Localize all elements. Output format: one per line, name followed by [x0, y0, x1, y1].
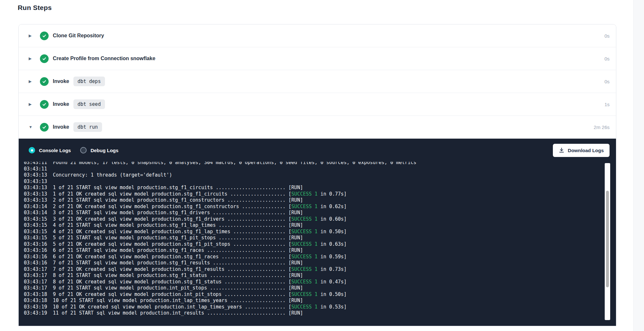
log-line: 03:43:13 1 of 21 OK created sql view mod… — [24, 191, 616, 198]
log-success-text: SUCCESS 1 — [291, 216, 317, 222]
log-line: 03:43:13 Concurrency: 1 threads (target=… — [24, 172, 616, 179]
step-duration: 0s — [604, 56, 610, 61]
success-check-icon — [40, 123, 49, 132]
log-line: 03:43:16 6 of 21 OK created sql view mod… — [24, 254, 616, 260]
chevron-down-icon[interactable]: ▼ — [29, 125, 34, 129]
console-scrollbar-thumb[interactable] — [606, 191, 609, 287]
radio-unselected-icon[interactable] — [80, 147, 87, 153]
step-command-chip: dbt deps — [73, 77, 105, 86]
step-label: Create Profile from Connection snowflake — [53, 56, 155, 61]
success-check-icon — [40, 32, 49, 40]
chevron-right-icon[interactable]: ▶ — [29, 57, 34, 60]
success-check-icon — [40, 54, 49, 63]
log-line: 03:43:19 11 of 21 START sql view model p… — [24, 310, 616, 317]
log-line: 03:43:16 7 of 21 START sql view model pr… — [24, 260, 616, 266]
run-steps-card: ▶Clone Git Repository0s▶Create Profile f… — [18, 24, 616, 326]
log-success-text: SUCCESS 1 — [291, 229, 317, 234]
log-line: 03:43:17 8 of 21 START sql view model pr… — [24, 272, 616, 279]
console-log-output[interactable]: 03:43:11 Found 21 models, 17 tests, 0 sn… — [19, 162, 616, 325]
step-label: Invoke — [53, 78, 69, 84]
log-line: 03:43:18 9 of 21 OK created sql view mod… — [24, 291, 616, 298]
log-line: 03:43:13 2 of 21 START sql view model pr… — [24, 197, 616, 204]
step-row-clone-git-repository[interactable]: ▶Clone Git Repository0s — [19, 24, 616, 47]
radio-console-logs-label: Console Logs — [39, 148, 71, 153]
log-line: 03:43:15 3 of 21 OK created sql view mod… — [24, 216, 616, 223]
download-logs-label: Download Logs — [568, 148, 604, 153]
log-line: 03:43:17 8 of 21 OK created sql view mod… — [24, 279, 616, 285]
step-duration: 1s — [604, 102, 610, 107]
console-panel: Console Logs Debug Logs Download Logs 03… — [19, 139, 616, 326]
step-label: Invoke — [53, 124, 69, 130]
console-header: Console Logs Debug Logs Download Logs — [19, 139, 616, 162]
log-line: 03:43:19 10 of 21 OK created sql view mo… — [24, 304, 616, 310]
step-duration: 0s — [604, 79, 610, 84]
step-row-create-profile-from-connection-snowflake[interactable]: ▶Create Profile from Connection snowflak… — [19, 47, 616, 70]
log-line: 03:43:15 5 of 21 START sql view model pr… — [24, 235, 616, 241]
step-label: Clone Git Repository — [53, 33, 104, 39]
success-check-icon — [40, 77, 49, 86]
log-success-text: SUCCESS 1 — [291, 266, 317, 272]
log-line: 03:43:15 4 of 21 START sql view model pr… — [24, 222, 616, 229]
chevron-right-icon[interactable]: ▶ — [29, 102, 34, 106]
radio-debug-logs[interactable]: Debug Logs — [80, 147, 118, 153]
radio-console-logs[interactable]: Console Logs — [29, 147, 71, 153]
chevron-right-icon[interactable]: ▶ — [29, 79, 34, 83]
step-label: Invoke — [53, 101, 69, 107]
step-row-invoke-dbt-seed[interactable]: ▶Invokedbt seed1s — [19, 93, 616, 116]
step-row-invoke-dbt-run[interactable]: ▼Invokedbt run2m 26s — [19, 116, 616, 139]
step-duration: 2m 26s — [594, 124, 610, 130]
success-check-icon — [40, 100, 49, 109]
step-duration: 0s — [604, 33, 610, 39]
chevron-right-icon[interactable]: ▶ — [29, 34, 34, 38]
download-logs-button[interactable]: Download Logs — [553, 144, 610, 157]
log-line: 03:43:11 Found 21 models, 17 tests, 0 sn… — [24, 162, 616, 166]
radio-selected-icon[interactable] — [29, 147, 35, 153]
log-line: 03:43:17 9 of 21 START sql view model pr… — [24, 285, 616, 291]
log-success-text: SUCCESS 1 — [291, 241, 317, 247]
log-success-text: SUCCESS 1 — [291, 254, 317, 260]
radio-debug-logs-label: Debug Logs — [90, 148, 118, 153]
log-success-text: SUCCESS 1 — [291, 191, 317, 197]
log-success-text: SUCCESS 1 — [291, 291, 317, 297]
steps-list: ▶Clone Git Repository0s▶Create Profile f… — [19, 24, 616, 139]
download-icon — [559, 147, 564, 153]
console-scrollbar[interactable] — [605, 163, 610, 320]
log-line: 03:43:11 — [24, 166, 616, 172]
log-line: 03:43:17 7 of 21 OK created sql view mod… — [24, 266, 616, 273]
log-line: 03:43:16 5 of 21 OK created sql view mod… — [24, 241, 616, 248]
log-success-text: SUCCESS 1 — [291, 204, 317, 209]
log-line: 03:43:16 6 of 21 START sql view model pr… — [24, 247, 616, 254]
log-line: 03:43:14 3 of 21 START sql view model pr… — [24, 210, 616, 216]
log-line: 03:43:15 4 of 21 OK created sql view mod… — [24, 229, 616, 235]
log-line: 03:43:14 2 of 21 OK created sql view mod… — [24, 204, 616, 210]
log-line: 03:43:18 10 of 21 START sql view model p… — [24, 298, 616, 304]
step-command-chip: dbt run — [73, 122, 102, 132]
step-command-chip: dbt seed — [73, 99, 105, 109]
page-right-gutter — [633, 0, 644, 331]
log-line: 03:43:13 — [24, 179, 616, 185]
log-success-text: SUCCESS 1 — [291, 279, 317, 285]
log-line: 03:43:13 1 of 21 START sql view model pr… — [24, 185, 616, 191]
page-title: Run Steps — [18, 4, 52, 12]
step-row-invoke-dbt-deps[interactable]: ▶Invokedbt deps0s — [19, 70, 616, 93]
log-success-text: SUCCESS 1 — [291, 304, 317, 310]
